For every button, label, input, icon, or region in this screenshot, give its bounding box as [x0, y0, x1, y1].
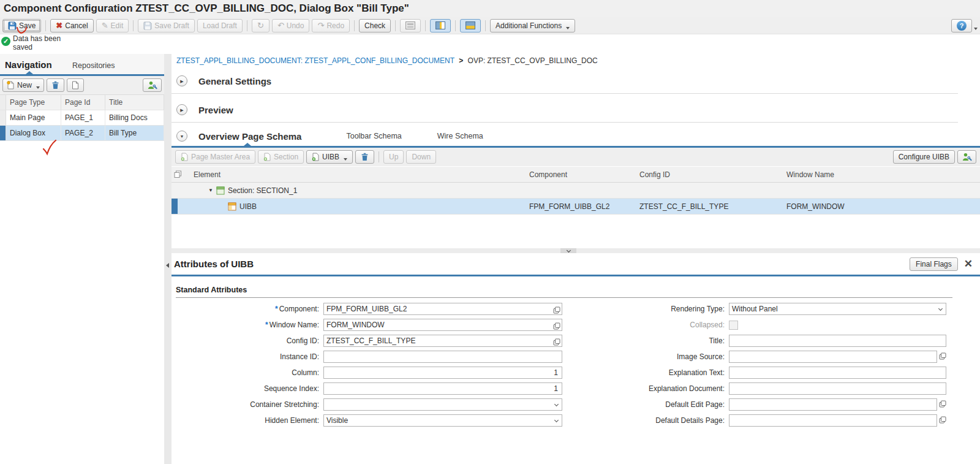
- tab-wire-schema[interactable]: Wire Schema: [437, 132, 483, 140]
- uibb-form-icon: [228, 202, 236, 211]
- table-row-section[interactable]: ▼ Section: SECTION_1: [172, 183, 980, 199]
- tree-expand-arrow-icon[interactable]: ▼: [208, 188, 213, 193]
- cell-page-id: PAGE_2: [61, 126, 105, 140]
- value-help-icon[interactable]: [939, 415, 946, 426]
- check-button[interactable]: Check: [359, 19, 391, 32]
- value-help-icon[interactable]: [939, 399, 946, 410]
- overview-page-schema-title[interactable]: Overview Page Schema: [198, 131, 301, 142]
- layout-vertical-split-button[interactable]: [430, 19, 451, 32]
- collapse-left-arrow-icon[interactable]: [166, 263, 169, 268]
- value-help-icon[interactable]: [553, 321, 560, 332]
- col-element[interactable]: Element: [191, 170, 527, 179]
- arrow-right-icon: ▶: [180, 108, 183, 112]
- default-details-page-input[interactable]: [729, 414, 937, 427]
- table-row-main-page[interactable]: Main Page PAGE_1 Billing Docs: [0, 110, 164, 126]
- instance-id-input[interactable]: [323, 351, 562, 363]
- uibb-button-label: UIBB: [322, 153, 339, 161]
- redo-button: ↷ Redo: [312, 19, 350, 32]
- default-details-page-field: [729, 413, 946, 428]
- configure-uibb-button[interactable]: Configure UIBB: [893, 150, 955, 164]
- table-row-uibb[interactable]: UIBB FPM_FORM_UIBB_GL2 ZTEST_CC_F_BILL_T…: [172, 199, 980, 215]
- trash-icon: [51, 81, 59, 89]
- value-help-icon[interactable]: [553, 337, 560, 348]
- toolbar-right-group: ?: [951, 19, 978, 32]
- hidden-element-label: Hidden Element:: [176, 413, 323, 428]
- value-help-icon[interactable]: [553, 305, 560, 316]
- arrow-down-icon: ▼: [180, 134, 184, 139]
- toolbar-separator: [425, 20, 426, 31]
- column-input[interactable]: [323, 367, 562, 379]
- config-id-input-wrap: [323, 335, 562, 347]
- sequence-index-field: [323, 381, 562, 397]
- explanation-text-input[interactable]: [729, 367, 946, 379]
- collapsed-checkbox: [729, 321, 738, 330]
- general-settings-title: General Settings: [198, 76, 271, 86]
- col-component[interactable]: Component: [527, 170, 637, 179]
- default-edit-page-input[interactable]: [729, 398, 937, 411]
- cancel-button[interactable]: ✖ Cancel: [50, 19, 93, 32]
- work-area: Navigation Repositories New: [0, 54, 980, 464]
- edit-button: ✎ Edit: [96, 19, 129, 32]
- expand-general-settings-button[interactable]: ▶: [176, 75, 187, 86]
- save-button[interactable]: Save: [2, 19, 41, 32]
- layout-horizontal-split-icon: [466, 21, 475, 29]
- container-stretching-select[interactable]: [323, 398, 562, 411]
- layout-horizontal-split-button[interactable]: [460, 19, 481, 32]
- pages-table: Page Type Page Id Title Main Page PAGE_1…: [0, 95, 164, 141]
- undo-button: ↶ Undo: [272, 19, 310, 32]
- col-window-name[interactable]: Window Name: [784, 170, 980, 179]
- help-button[interactable]: ?: [951, 19, 972, 32]
- additional-functions-button[interactable]: Additional Functions: [490, 19, 575, 32]
- required-asterisk: *: [275, 305, 278, 313]
- component-input-wrap: [323, 303, 562, 315]
- section-overview-page-schema: ▼ Overview Page Schema Toolbar Schema Wi…: [176, 127, 483, 145]
- horizontal-splitter[interactable]: [172, 248, 980, 253]
- attributes-panel-underline: [172, 275, 980, 276]
- help-chevron-icon: [974, 28, 978, 30]
- final-flags-label: Final Flags: [916, 260, 952, 268]
- close-icon[interactable]: ✕: [964, 259, 973, 269]
- chevron-down-icon: [566, 248, 570, 252]
- col-page-id[interactable]: Page Id: [61, 95, 105, 110]
- personalize-button[interactable]: [143, 78, 162, 92]
- copy-page-button[interactable]: [67, 78, 84, 92]
- toolbar-separator: [485, 20, 486, 31]
- success-check-icon: ✓: [1, 37, 10, 46]
- value-help-icon[interactable]: [939, 351, 946, 362]
- title-label: Title:: [562, 333, 729, 349]
- status-message-text: Data has been saved: [13, 35, 71, 52]
- new-page-button[interactable]: New: [2, 78, 44, 92]
- col-page-type[interactable]: Page Type: [6, 95, 61, 110]
- vertical-splitter[interactable]: [164, 54, 172, 464]
- title-input[interactable]: [729, 335, 946, 347]
- final-flags-button[interactable]: Final Flags: [910, 257, 958, 271]
- rendering-type-select[interactable]: Without Panel: [729, 303, 946, 315]
- table-row-dialog-box[interactable]: Dialog Box PAGE_2 Bill Type: [0, 126, 164, 141]
- schema-personalize-button[interactable]: [957, 150, 976, 164]
- tab-toolbar-schema[interactable]: Toolbar Schema: [346, 132, 401, 140]
- delete-page-button[interactable]: [47, 78, 64, 92]
- uibb-button[interactable]: UIBB: [306, 150, 353, 164]
- hidden-element-select[interactable]: Visible: [323, 414, 562, 427]
- navigation-tabs: Navigation Repositories: [0, 54, 164, 76]
- breadcrumb-link[interactable]: ZTEST_APPL_BILLING_DOCUMENT: ZTEST_APPL_…: [176, 56, 454, 65]
- component-input[interactable]: [323, 303, 562, 315]
- tab-navigation[interactable]: Navigation: [5, 59, 52, 70]
- save-label: Save: [19, 21, 36, 30]
- col-title[interactable]: Title: [105, 95, 164, 110]
- explanation-document-input[interactable]: [729, 382, 946, 395]
- expand-preview-button[interactable]: ▶: [176, 104, 187, 115]
- col-config-id[interactable]: Config ID: [637, 170, 784, 179]
- rendering-type-value: Without Panel: [732, 305, 778, 313]
- config-id-input[interactable]: [323, 335, 562, 347]
- tab-repositories[interactable]: Repositories: [72, 61, 115, 70]
- sequence-index-input[interactable]: [323, 382, 562, 395]
- splitter-handle[interactable]: [560, 248, 576, 253]
- explanation-text-label: Explanation Text:: [562, 365, 729, 381]
- collapse-overview-schema-button[interactable]: ▼: [176, 131, 187, 142]
- delete-element-button[interactable]: [355, 150, 374, 164]
- window-name-input[interactable]: [323, 319, 562, 331]
- column-label: Column:: [176, 365, 323, 381]
- image-source-input[interactable]: [729, 351, 937, 363]
- breadcrumb: ZTEST_APPL_BILLING_DOCUMENT: ZTEST_APPL_…: [176, 56, 598, 65]
